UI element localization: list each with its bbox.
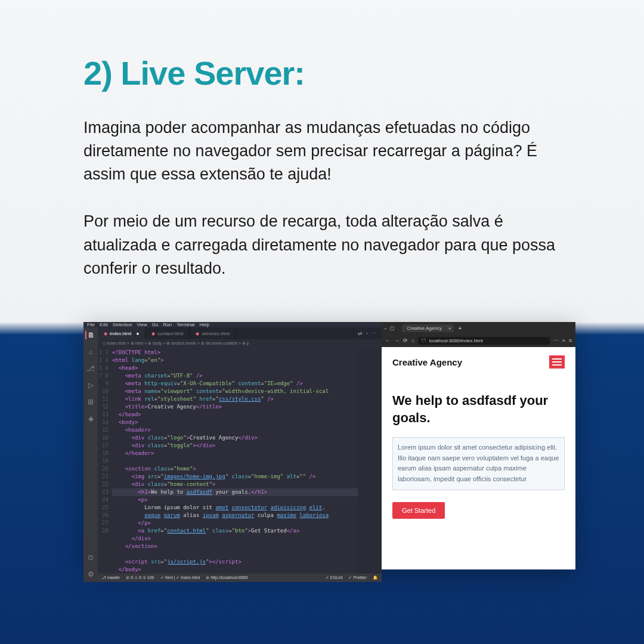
code-area[interactable]: 1 2 3 4 5 6 7 8 9 10 11 12 13 14 15 16 1… — [98, 348, 382, 574]
page-logo: Creative Agency — [392, 357, 462, 367]
split-icon[interactable]: ▫ — [366, 330, 368, 336]
lock-icon: 🛡 — [422, 338, 426, 343]
section-title: 2) Live Server: — [83, 54, 561, 92]
extensions-icon[interactable]: ⊞ — [88, 398, 94, 406]
paragraph-1: Imagina poder acompanhar as mudanças efe… — [83, 116, 561, 186]
browser-toolbar: ← → ⟳ ⌂ 🛡 localhost:8080/index.html ⋯ » … — [382, 334, 575, 347]
explorer-icon[interactable]: 🗎 — [85, 331, 95, 339]
window-max-icon[interactable]: ▢ — [390, 326, 395, 331]
status-server[interactable]: ⊘ http://localhost:8080 — [206, 575, 248, 580]
tab-services[interactable]: ◆services.html — [190, 327, 236, 339]
tab-contact[interactable]: ◆contact.html — [145, 327, 190, 339]
hamburger-icon[interactable] — [549, 355, 565, 369]
minimap[interactable] — [358, 348, 382, 574]
status-eslint[interactable]: ✓ ESLint — [326, 575, 343, 580]
new-tab-icon[interactable]: + — [456, 325, 465, 332]
browser-tab[interactable]: Creative Agency × — [402, 324, 453, 332]
code-content: <!DOCTYPE html> <html lang="en"> <head> … — [112, 348, 358, 574]
reload-icon[interactable]: ⟳ — [403, 338, 408, 343]
line-numbers: 1 2 3 4 5 6 7 8 9 10 11 12 13 14 15 16 1… — [98, 348, 112, 574]
menu-icon[interactable]: ≡ — [569, 338, 572, 343]
breadcrumb[interactable]: ◇ index.html > ⊕ html > ⊕ body > ⊕ secti… — [98, 339, 382, 348]
screenshot-container: [Extension Development Host] - ● index.h… — [83, 322, 575, 569]
account-icon[interactable]: ⊙ — [88, 553, 94, 562]
debug-icon[interactable]: ▷ — [88, 381, 94, 389]
browser-window: – ▢ Creative Agency × + ← → ⟳ ⌂ 🛡 localh… — [382, 322, 575, 569]
tab-index[interactable]: ◆index.html● — [98, 327, 145, 339]
page-paragraph: Lorem ipsum dolor sit amet consectetur a… — [392, 437, 565, 490]
back-icon[interactable]: ← — [385, 338, 391, 343]
rendered-page: Creative Agency We help to asdfasdf your… — [382, 347, 575, 569]
menu-go[interactable]: Go — [152, 322, 159, 327]
status-lang[interactable]: ✓ html | ✓ index.html — [160, 575, 200, 580]
docker-icon[interactable]: ◈ — [88, 414, 94, 423]
tab-actions: ⇄ ▫ ⋯ — [358, 330, 382, 336]
url-bar[interactable]: 🛡 localhost:8080/index.html — [418, 337, 549, 345]
editor-menubar: File Edit Selection View Go Run Terminal… — [83, 322, 382, 327]
status-prettier[interactable]: ✓ Prettier — [348, 575, 367, 580]
menu-view[interactable]: View — [137, 322, 147, 327]
vscode-editor: [Extension Development Host] - ● index.h… — [83, 322, 382, 569]
menu-terminal[interactable]: Terminal — [177, 322, 194, 327]
paragraph-2: Por meio de um recurso de recarga, toda … — [83, 210, 561, 280]
compare-icon[interactable]: ⇄ — [358, 330, 363, 336]
settings-icon[interactable]: ⚙ — [88, 570, 94, 578]
status-branch[interactable]: ⎇ master — [101, 575, 120, 580]
search-icon[interactable]: ⌕ — [89, 348, 93, 356]
window-min-icon[interactable]: – — [384, 326, 386, 331]
page-hero: We help to asdfasdf your goals. — [392, 392, 565, 426]
status-bell-icon[interactable]: 🔔 — [373, 575, 378, 580]
more-icon[interactable]: ⋯ — [371, 330, 377, 336]
overflow-icon[interactable]: » — [562, 338, 565, 343]
status-errors[interactable]: ⊘ 0 ⚠ 0 ① 106 — [126, 575, 154, 580]
forward-icon[interactable]: → — [394, 338, 400, 343]
menu-file[interactable]: File — [87, 322, 95, 327]
source-control-icon[interactable]: ⎇ — [86, 364, 95, 373]
browser-tabstrip: – ▢ Creative Agency × + — [382, 322, 575, 334]
statusbar: ⎇ master ⊘ 0 ⚠ 0 ① 106 ✓ html | ✓ index.… — [98, 574, 382, 582]
menu-help[interactable]: Help — [199, 322, 209, 327]
home-icon[interactable]: ⌂ — [411, 338, 414, 343]
tab-close-icon[interactable]: × — [448, 326, 451, 331]
get-started-button[interactable]: Get Started — [392, 502, 445, 519]
menu-edit[interactable]: Edit — [100, 322, 108, 327]
editor-tabs: ◆index.html● ◆contact.html ◆services.htm… — [98, 327, 382, 339]
menu-run[interactable]: Run — [163, 322, 172, 327]
more-icon[interactable]: ⋯ — [553, 338, 559, 343]
menu-selection[interactable]: Selection — [113, 322, 132, 327]
activity-bar: 🗎 ⌕ ⎇ ▷ ⊞ ◈ ⊙ ⚙ — [83, 327, 98, 582]
